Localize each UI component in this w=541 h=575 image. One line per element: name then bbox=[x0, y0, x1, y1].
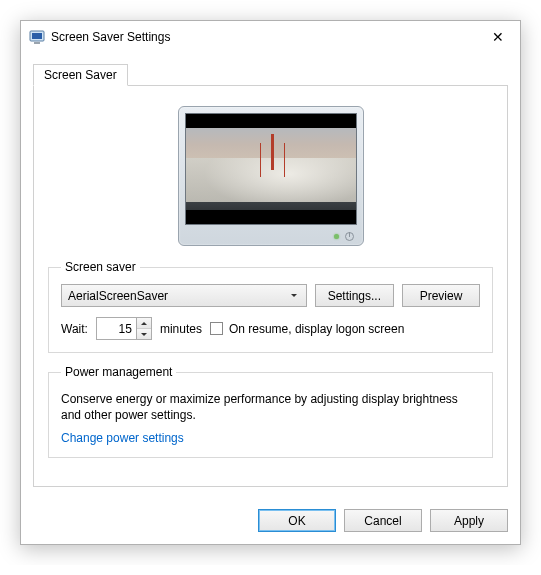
tab-panel: Screen saver AerialScreenSaver Settings.… bbox=[33, 85, 508, 487]
settings-button[interactable]: Settings... bbox=[315, 284, 394, 307]
close-button[interactable]: ✕ bbox=[478, 23, 518, 51]
apply-button[interactable]: Apply bbox=[430, 509, 508, 532]
screensaver-selected: AerialScreenSaver bbox=[68, 289, 286, 303]
chevron-up-icon bbox=[141, 322, 147, 325]
screensaver-settings-window: Screen Saver Settings ✕ Screen Saver bbox=[20, 20, 521, 545]
tab-screensaver[interactable]: Screen Saver bbox=[33, 64, 128, 86]
wait-spinner bbox=[96, 317, 152, 340]
svg-rect-1 bbox=[32, 33, 42, 39]
svg-rect-2 bbox=[34, 42, 40, 44]
wait-label: Wait: bbox=[61, 322, 88, 336]
preview-button[interactable]: Preview bbox=[402, 284, 480, 307]
chevron-down-icon bbox=[286, 294, 302, 297]
close-icon: ✕ bbox=[492, 30, 504, 44]
screensaver-icon bbox=[29, 29, 45, 45]
tabstrip: Screen Saver bbox=[33, 61, 508, 85]
wait-input[interactable] bbox=[96, 317, 136, 340]
wait-increment[interactable] bbox=[137, 318, 151, 329]
dialog-footer: OK Cancel Apply bbox=[21, 499, 520, 544]
ok-button[interactable]: OK bbox=[258, 509, 336, 532]
titlebar: Screen Saver Settings ✕ bbox=[21, 21, 520, 53]
preview-screen bbox=[185, 113, 357, 225]
onresume-checkbox[interactable]: On resume, display logon screen bbox=[210, 322, 404, 336]
screensaver-combobox[interactable]: AerialScreenSaver bbox=[61, 284, 307, 307]
screensaver-legend: Screen saver bbox=[61, 260, 140, 274]
screensaver-group: Screen saver AerialScreenSaver Settings.… bbox=[48, 260, 493, 353]
change-power-settings-link[interactable]: Change power settings bbox=[61, 431, 184, 445]
power-legend: Power management bbox=[61, 365, 176, 379]
onresume-label: On resume, display logon screen bbox=[229, 322, 404, 336]
checkbox-icon bbox=[210, 322, 223, 335]
cancel-button[interactable]: Cancel bbox=[344, 509, 422, 532]
preview-monitor bbox=[178, 106, 364, 246]
preview-area bbox=[48, 100, 493, 260]
chevron-down-icon bbox=[141, 333, 147, 336]
power-group: Power management Conserve energy or maxi… bbox=[48, 365, 493, 458]
power-description: Conserve energy or maximize performance … bbox=[61, 391, 480, 423]
wait-units: minutes bbox=[160, 322, 202, 336]
monitor-power-icon bbox=[345, 232, 354, 241]
monitor-led-icon bbox=[334, 234, 339, 239]
window-title: Screen Saver Settings bbox=[51, 30, 478, 44]
wait-decrement[interactable] bbox=[137, 329, 151, 339]
client-area: Screen Saver bbox=[21, 53, 520, 499]
